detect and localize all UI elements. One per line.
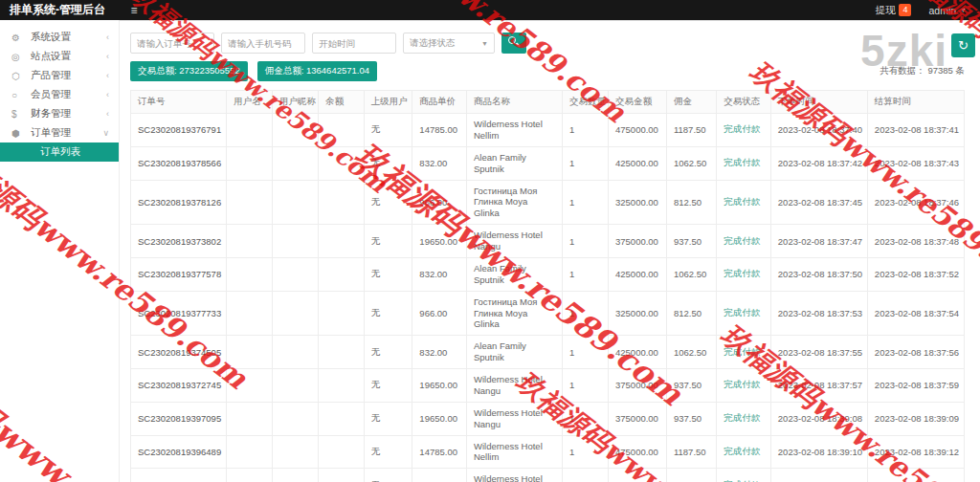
phone-input[interactable] <box>221 33 305 54</box>
sidebar-item-system-settings[interactable]: ⚙系统设置‹ <box>0 28 119 47</box>
cell-quantity: 1 <box>563 291 609 336</box>
site-icon: ◎ <box>11 52 27 62</box>
table-row: SC23020819372745无19650.00Wilderness Hote… <box>131 369 965 403</box>
sidebar-subitem-label: 订单列表 <box>40 145 80 159</box>
sidebar-item-label: 会员管理 <box>27 88 106 101</box>
withdraw-link[interactable]: 提现 4 <box>875 4 911 17</box>
cell-nickname <box>273 291 319 336</box>
cell-unit-price: 14785.00 <box>412 435 467 469</box>
cell-parent-user: 无 <box>364 114 412 147</box>
sidebar-item-product-management[interactable]: ⬡产品管理‹ <box>0 66 119 85</box>
refresh-button[interactable]: ↻ <box>951 33 975 57</box>
table-row: SC23020819373802无19650.00Wilderness Hote… <box>131 225 965 258</box>
cell-product-name: Wilderness Hotel Nangu <box>466 402 562 435</box>
cell-balance <box>318 146 364 180</box>
cell-settle-time: 2023-02-08 18:39:16 <box>867 469 964 482</box>
cell-status: 完成付款 <box>717 291 771 336</box>
col-header-settle-time: 结算时间 <box>867 91 964 114</box>
cell-quantity: 1 <box>563 180 609 225</box>
cell-quantity: 1 <box>563 336 609 369</box>
cell-amount: 475000.00 <box>609 435 667 469</box>
sidebar-item-finance-management[interactable]: $财务管理‹ <box>0 104 119 123</box>
cell-parent-user: 无 <box>364 336 412 369</box>
user-menu[interactable]: admin ▼ <box>928 5 967 16</box>
start-time-input[interactable] <box>312 33 396 54</box>
table-row: SC23020819399342无19650.00Wilderness Hote… <box>131 469 965 482</box>
table-row: SC23020819396489无14785.00Wilderness Hote… <box>131 435 965 469</box>
cell-settle-time: 2023-02-08 18:37:54 <box>867 291 964 336</box>
cell-product-name: Alean Family Sputnik <box>466 336 562 369</box>
sidebar-item-site-settings[interactable]: ◎站点设置‹ <box>0 47 119 66</box>
cell-parent-user: 无 <box>364 146 412 180</box>
cell-status: 完成付款 <box>717 369 771 403</box>
sidebar-item-member-management[interactable]: ○会员管理‹ <box>0 85 119 104</box>
cell-order-no: SC23020819378566 <box>131 146 227 180</box>
cell-amount: 425000.00 <box>609 336 667 369</box>
col-header-nickname: 用户昵称 <box>273 91 319 114</box>
hamburger-menu-icon[interactable]: ≡ <box>120 0 148 20</box>
chevron-down-icon: ∨ <box>102 128 109 138</box>
cell-nickname <box>273 257 319 291</box>
table-header-row: 订单号用户名用户昵称余额上级用户商品单价商品名称交易数量交易金额佣金交易状态下单… <box>131 91 965 114</box>
cell-quantity: 1 <box>563 369 609 403</box>
cell-product-name: Alean Family Sputnik <box>466 257 562 291</box>
sidebar-subitem-order-list[interactable]: 订单列表 <box>0 142 119 162</box>
cell-unit-price: 832.00 <box>412 257 467 291</box>
cell-order-no: SC23020819374505 <box>131 336 227 369</box>
cell-parent-user: 无 <box>364 257 412 291</box>
cell-status: 完成付款 <box>717 225 771 258</box>
cell-amount: 375000.00 <box>609 369 667 403</box>
cell-order-no: SC23020819376791 <box>131 114 227 147</box>
cell-order-no: SC23020819399342 <box>131 469 227 482</box>
cell-product-name: Wilderness Hotel Nellim <box>466 114 562 147</box>
cell-username <box>227 469 273 482</box>
cell-amount: 325000.00 <box>609 291 667 336</box>
cell-unit-price: 966.00 <box>412 180 467 225</box>
status-select[interactable]: 请选择状态 ▼ <box>403 33 495 54</box>
filter-bar: 请选择状态 ▼ <box>130 33 965 54</box>
table-row: SC23020819377578无832.00Alean Family Sput… <box>131 257 965 291</box>
cell-product-name: Alean Family Sputnik <box>466 146 562 180</box>
cell-commission: 1062.50 <box>666 257 716 291</box>
chevron-down-icon: ▼ <box>481 40 488 47</box>
cell-status: 完成付款 <box>717 180 771 225</box>
order-no-input[interactable] <box>130 33 214 54</box>
cell-commission: 937.50 <box>666 469 716 482</box>
cell-parent-user: 无 <box>364 469 412 482</box>
cell-product-name: Гостиница Моя Глинка Moya Glinka <box>466 291 562 336</box>
cell-commission: 812.50 <box>666 180 716 225</box>
page-watermark: 5zki <box>860 29 947 73</box>
cell-balance <box>318 225 364 258</box>
cell-order-time: 2023-02-08 18:37:42 <box>770 146 867 180</box>
cell-order-time: 2023-02-08 18:37:55 <box>770 336 867 369</box>
cell-commission: 937.50 <box>666 225 716 258</box>
search-button[interactable] <box>501 33 526 54</box>
cell-parent-user: 无 <box>364 369 412 403</box>
cell-unit-price: 966.00 <box>412 291 467 336</box>
col-header-commission: 佣金 <box>666 91 716 114</box>
col-header-quantity: 交易数量 <box>563 91 609 114</box>
cell-username <box>227 146 273 180</box>
gear-icon: ⚙ <box>11 33 27 43</box>
cell-unit-price: 832.00 <box>412 336 467 369</box>
sidebar-item-order-management[interactable]: ⬢订单管理∨ <box>0 123 119 142</box>
product-icon: ⬡ <box>11 71 27 81</box>
order-icon: ⬢ <box>11 128 27 139</box>
cell-order-no: SC23020819377578 <box>131 257 227 291</box>
cell-settle-time: 2023-02-08 18:39:09 <box>867 402 964 435</box>
cell-balance <box>318 402 364 435</box>
chevron-left-icon: ‹ <box>106 90 109 99</box>
status-select-placeholder: 请选择状态 <box>410 37 456 50</box>
cell-unit-price: 19650.00 <box>412 369 467 403</box>
cell-status: 完成付款 <box>717 257 771 291</box>
cell-order-time: 2023-02-08 18:39:14 <box>770 469 867 482</box>
cell-parent-user: 无 <box>364 402 412 435</box>
cell-settle-time: 2023-02-08 18:37:41 <box>867 114 964 147</box>
cell-quantity: 1 <box>563 257 609 291</box>
cell-commission: 937.50 <box>666 369 716 403</box>
cell-commission: 1062.50 <box>666 146 716 180</box>
cell-unit-price: 19650.00 <box>412 225 467 258</box>
cell-quantity: 1 <box>563 402 609 435</box>
cell-order-time: 2023-02-08 18:37:57 <box>770 369 867 403</box>
chevron-left-icon: ‹ <box>106 71 109 80</box>
